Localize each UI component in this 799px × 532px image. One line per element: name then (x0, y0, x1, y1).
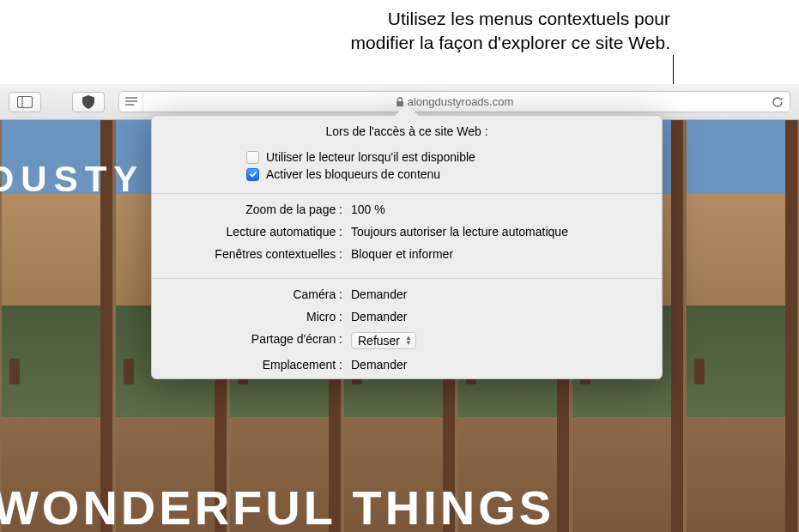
hero-text-dusty: DUSTY (0, 159, 144, 200)
sidebar-toggle-button[interactable] (9, 92, 41, 112)
address-bar-content: alongdustyroads.com (143, 95, 766, 108)
address-bar-domain: alongdustyroads.com (408, 95, 514, 108)
camera-value[interactable]: Demander (346, 287, 648, 301)
sidebar-icon (17, 96, 33, 108)
svg-rect-0 (18, 96, 33, 107)
location-value[interactable]: Demander (346, 358, 648, 372)
chevron-up-down-icon: ▲▼ (405, 336, 412, 346)
enable-blockers-label: Activer les bloqueurs de contenu (266, 167, 440, 181)
annotation-caption: Utilisez les menus contextuels pour modi… (351, 7, 670, 56)
use-reader-row[interactable]: Utiliser le lecteur lorsqu'il est dispon… (152, 148, 662, 166)
autoplay-value[interactable]: Toujours autoriser la lecture automatiqu… (346, 225, 648, 239)
checkmark-icon (249, 170, 257, 178)
zoom-label: Zoom de la page : (166, 203, 346, 216)
settings-group-display: Zoom de la page : 100 % Lecture automati… (152, 194, 662, 268)
use-reader-label: Utiliser le lecteur lorsqu'il est dispon… (266, 150, 475, 164)
checkbox-use-reader[interactable] (246, 151, 259, 164)
enable-blockers-row[interactable]: Activer les bloqueurs de contenu (152, 166, 662, 183)
site-settings-popover: Lors de l'accès à ce site Web : Utiliser… (151, 115, 663, 379)
reader-icon (125, 97, 137, 106)
popups-value[interactable]: Bloquer et informer (346, 247, 648, 261)
checkbox-enable-blockers[interactable] (246, 168, 259, 181)
shield-icon (82, 95, 94, 109)
location-label: Emplacement : (166, 358, 346, 372)
reload-button[interactable] (766, 92, 790, 112)
hero-text-bottom: WONDERFUL THINGS (0, 480, 554, 532)
zoom-value[interactable]: 100 % (346, 203, 648, 216)
address-bar-wrapper: alongdustyroads.com (118, 91, 790, 112)
annotation-line-2: modifier la façon d'explorer ce site Web… (351, 31, 670, 55)
reader-mode-button[interactable] (119, 92, 143, 112)
reload-icon (772, 96, 784, 108)
screen-share-label: Partage d'écran : (166, 332, 346, 349)
camera-label: Caméra : (166, 287, 346, 301)
privacy-report-button[interactable] (72, 92, 105, 112)
annotation-line-1: Utilisez les menus contextuels pour (351, 7, 670, 31)
popover-title: Lors de l'accès à ce site Web : (152, 116, 662, 148)
address-bar[interactable]: alongdustyroads.com (118, 91, 790, 112)
screen-share-value: Refuser (358, 334, 400, 348)
mic-value[interactable]: Demander (346, 310, 648, 323)
popover-arrow (395, 104, 419, 116)
popups-label: Fenêtres contextuelles : (166, 247, 346, 261)
settings-group-permissions: Caméra : Demander Micro : Demander Parta… (152, 279, 662, 378)
screen-share-select[interactable]: Refuser ▲▼ (346, 332, 648, 349)
autoplay-label: Lecture automatique : (166, 225, 346, 239)
mic-label: Micro : (166, 310, 346, 323)
